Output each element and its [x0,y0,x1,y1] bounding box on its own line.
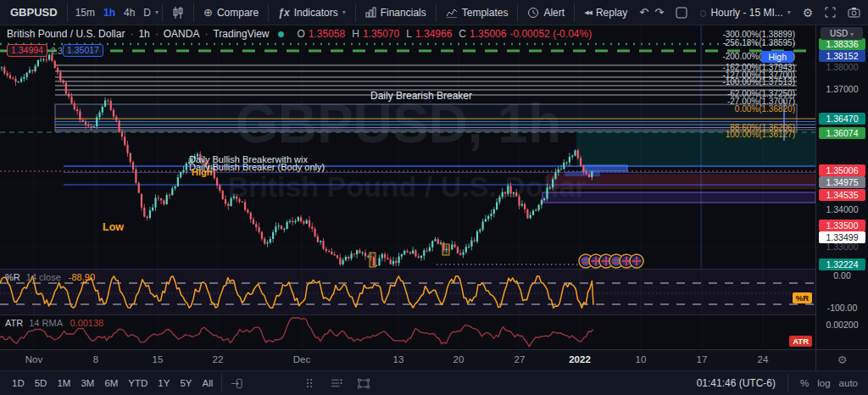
go-to-date-icon [231,378,242,389]
legend-exchange: OANDA [164,28,200,40]
chart-legend[interactable]: British Pound / U.S. Dollar · 1h · OANDA… [7,28,592,40]
atr-badge[interactable]: ATR [789,336,812,347]
price-scale-label: 1.36470 [819,113,865,125]
fib-label: 100.00%(1.36127) [726,130,795,139]
toolbar-divider [162,3,163,22]
log-scale-toggle[interactable]: log [817,378,830,388]
symbol-button[interactable]: GBPUSD [0,3,64,21]
time-label-22: 22 [213,354,224,364]
fullscreen-button[interactable] [819,4,842,20]
layout-grid-icon [676,7,687,19]
range-all[interactable]: All [198,376,219,391]
atr-pane[interactable]: ATR 14 RMA 0.00138 ATR [0,314,815,349]
interval-1h[interactable]: 1h [99,4,120,21]
layout-select-button[interactable] [670,4,693,21]
high-price-badge[interactable]: High [761,51,793,63]
wpr-canvas[interactable] [0,270,815,314]
price-scale[interactable]: USD ▾ 1.383361.381521.380001.370001.3647… [815,25,868,349]
event-flag-icons[interactable] [579,254,643,268]
compare-button[interactable]: ⊕ Compare [198,3,264,21]
range-1y[interactable]: 1Y [153,376,175,391]
layout-chevron-down-icon: ▾ [787,8,791,16]
williams-percent-r-pane[interactable]: %R 14 close -88.90 %R [0,269,815,314]
toolbar-divider [67,3,68,22]
clock[interactable]: 01:41:46 (UTC-6) [697,377,776,389]
price-scale-label: 1.33500 [819,220,865,231]
range-1m[interactable]: 1M [52,376,75,391]
templates-button[interactable]: Templates [440,4,515,21]
price-scale-label: 1.34975 [819,176,865,188]
time-label-Dec: Dec [293,354,310,364]
range-1d[interactable]: 1D [7,376,30,391]
fib-label: 0.00%(1.36820) [735,104,795,114]
time-label-20: 20 [453,354,465,364]
market-status-dot[interactable] [278,31,284,37]
range-group: 1D5D1M3M6MYTD1Y5YAll [0,376,218,391]
object-tree-button[interactable] [326,375,348,392]
ohlc-close-label: C [459,28,466,40]
bearish-breaker-annotation[interactable]: Daily Brearish Breaker [370,90,472,102]
range-5d[interactable]: 5D [30,376,53,391]
bid-price-label[interactable]: 1.34994 [7,44,47,57]
maximize-pane-button[interactable] [353,375,375,392]
undo-button[interactable]: ↶ [633,3,654,21]
currency-selector[interactable]: USD ▾ [821,27,863,40]
ohlc-change-value: -0.00052 (-0.04%) [509,28,592,40]
alert-button[interactable]: Alert [521,4,570,21]
scale-settings[interactable]: ⚙ [815,349,868,370]
maximize-pane-icon [358,378,370,389]
auto-scale-toggle[interactable]: auto [839,378,858,388]
main-chart-pane[interactable]: GBPUSD, 1hBritish Pound / U.S. Dollar Br… [0,25,815,269]
interval-4h[interactable]: 4h [120,4,139,21]
alert-label: Alert [543,7,565,19]
financials-button[interactable]: Financials [359,4,432,21]
ohlc-low-label: L [406,28,412,40]
percent-scale-toggle[interactable]: % [800,378,809,388]
time-label-17: 17 [697,354,708,364]
gear-icon: ⚙ [803,6,814,19]
wpr-legend[interactable]: %R 14 close -88.90 [5,272,95,282]
scale-gear-icon[interactable]: ⚙ [837,353,848,366]
range-3m[interactable]: 3M [75,376,99,391]
interval-D[interactable]: D [139,4,155,21]
range-6m[interactable]: 6M [99,376,123,391]
svg-text:British Pound / U.S. Dollar: British Pound / U.S. Dollar [227,170,586,203]
toolbar-divider [787,374,788,392]
chart-style-button[interactable] [166,3,190,22]
price-scale-label: 1.34535 [819,189,865,201]
price-scale-label: 0.00 [819,270,865,281]
ask-price-label[interactable]: 1.35017 [63,44,103,57]
indicators-chevron-down-icon: ▾ [342,8,346,16]
range-ytd[interactable]: YTD [123,376,153,391]
indicators-button[interactable]: ƒx Indicators ▾ [272,4,351,21]
interval-chevron-down-icon[interactable]: ▾ [155,8,159,16]
go-to-date-button[interactable] [225,375,248,392]
toolbar-divider [221,374,222,392]
ohlc-high-label: H [352,28,359,40]
range-5y[interactable]: 5Y [175,376,197,391]
replay-button[interactable]: ◀◀ Replay [578,4,633,21]
low-annotation[interactable]: Low [103,221,124,233]
fib-label: -256.18%(1.38595) [722,38,795,47]
redo-icon: ↷ [654,6,664,19]
compare-label: Compare [217,7,259,19]
high-annotation[interactable]: High [192,167,212,177]
time-label-2022: 2022 [569,354,591,364]
time-axis[interactable]: Nov81522Dec1320272022101724 [0,349,815,370]
pane-controls [298,375,375,392]
cloud-layout-button[interactable]: ◌ Hourly - 15 MI... ▾ [693,3,797,22]
settings-button[interactable]: ⚙ [797,3,820,22]
atr-canvas[interactable] [0,315,815,349]
wpr-badge[interactable]: %R [793,292,812,303]
pane-drag-handle[interactable] [298,375,320,392]
currency-chevron-down-icon: ▾ [850,31,854,38]
interval-15m[interactable]: 15m [71,4,99,21]
legend-symbol-title[interactable]: British Pound / U.S. Dollar [7,28,125,40]
ohlc-high-value: 1.35070 [363,28,399,40]
snapshot-button[interactable] [842,4,866,20]
atr-legend[interactable]: ATR 14 RMA 0.00138 [5,318,103,328]
redo-button[interactable]: ↷ [654,3,670,21]
atr-value: 0.00138 [70,318,103,328]
alert-clock-icon [527,7,539,19]
ohlc-low-value: 1.34966 [415,28,452,40]
